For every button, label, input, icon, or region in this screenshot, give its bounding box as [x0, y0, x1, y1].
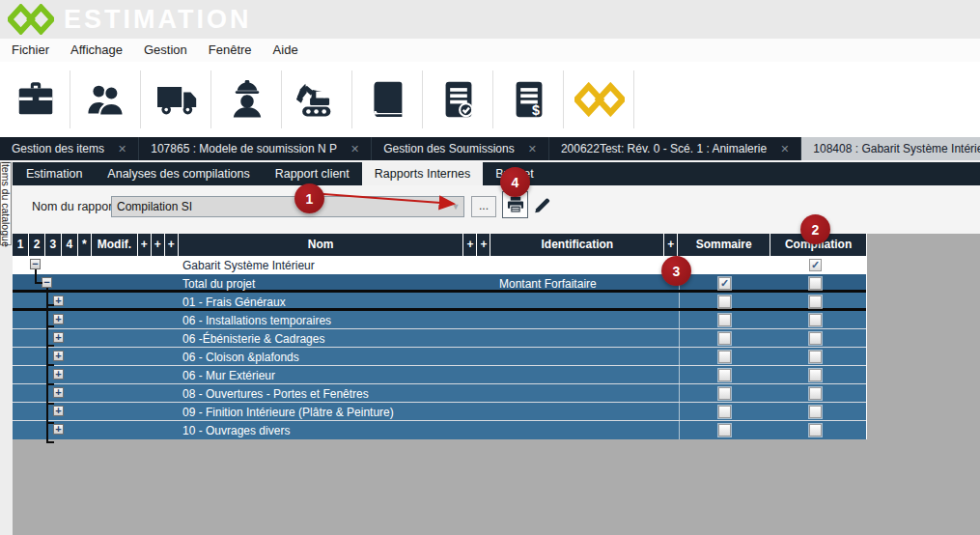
table-row[interactable]: + 06 - Installations temporaires — [13, 311, 866, 329]
compilation-checkbox[interactable] — [809, 387, 822, 400]
compilation-checkbox[interactable] — [809, 296, 822, 308]
column-divider — [679, 311, 680, 328]
header-col-plus[interactable]: + — [664, 234, 678, 256]
table-row[interactable]: + 06 - Cloison &plafonds — [13, 348, 866, 366]
menu-fenetre[interactable]: Fenêtre — [198, 39, 263, 62]
expand-icon[interactable]: + — [53, 406, 64, 416]
sommaire-checkbox[interactable] — [718, 351, 731, 363]
compilation-checkbox[interactable] — [809, 314, 822, 326]
expand-icon[interactable]: + — [53, 296, 64, 306]
document-dollar-button[interactable]: $ — [493, 62, 564, 137]
menu-fichier[interactable]: Fichier — [1, 39, 60, 62]
collapse-icon[interactable]: − — [30, 259, 41, 269]
sommaire-checkbox[interactable] — [718, 424, 731, 436]
header-col-plus[interactable]: + — [165, 234, 179, 256]
expand-icon[interactable]: + — [53, 387, 64, 398]
sommaire-checkbox[interactable] — [718, 387, 731, 400]
svg-text:$: $ — [532, 102, 540, 118]
column-divider — [679, 293, 680, 308]
document-tab-bar: Gestion des items ✕ 107865 : Modele de s… — [0, 137, 980, 160]
sommaire-checkbox[interactable] — [718, 314, 731, 326]
row-name: 10 - Ouvrages divers — [182, 424, 290, 437]
toolbox-button[interactable] — [0, 62, 70, 137]
subtab-budget[interactable]: Budget — [483, 162, 546, 185]
compilation-checkbox[interactable] — [809, 332, 822, 345]
expand-icon[interactable]: + — [53, 314, 64, 324]
compilation-checkbox[interactable] — [809, 259, 822, 271]
close-icon[interactable]: ✕ — [118, 143, 126, 155]
header-col-plus[interactable]: + — [138, 234, 152, 256]
menu-aide[interactable]: Aide — [263, 39, 309, 62]
row-name: 06 - Cloison &plafonds — [182, 351, 299, 364]
subtab-analyses-des-compilations[interactable]: Analyses des compilations — [95, 162, 262, 185]
close-icon[interactable]: ✕ — [350, 143, 359, 155]
browse-button[interactable]: ... — [471, 196, 496, 217]
resources-button[interactable] — [70, 62, 141, 137]
header-col-plus[interactable]: + — [152, 234, 165, 256]
expand-icon[interactable]: + — [53, 369, 64, 380]
report-picker-row: Nom du rapport Compilation SI ▼ ... — [13, 185, 980, 234]
tree-line — [46, 441, 54, 443]
expand-icon[interactable]: + — [53, 332, 64, 343]
header-col-sommaire: Sommaire — [678, 234, 770, 256]
header-col-2[interactable]: 2 — [29, 234, 45, 256]
table-row[interactable]: − Total du projet Montant Forfaitaire — [13, 274, 866, 293]
sommaire-checkbox[interactable] — [718, 406, 731, 418]
table-row[interactable]: − Gabarit Système Intérieur — [13, 256, 866, 274]
sidebar-tab-items-du-catalogue[interactable]: Items du catalogue — [0, 162, 12, 245]
header-col-1[interactable]: 1 — [13, 234, 29, 256]
tab-gestion-des-soumissions[interactable]: Gestion des Soumissions ✕ — [372, 137, 549, 160]
report-name-combobox[interactable]: Compilation SI ▼ — [111, 196, 464, 217]
header-col-star[interactable]: * — [78, 234, 92, 256]
table-row[interactable]: + 06 -Ébénisterie & Cadrages — [13, 329, 866, 348]
document-check-button[interactable] — [423, 62, 493, 137]
left-dock-strip: Items du catalogue — [0, 160, 13, 535]
estimation-logo-icon — [8, 4, 54, 35]
edit-report-button[interactable] — [531, 193, 554, 216]
close-icon[interactable]: ✕ — [528, 143, 537, 155]
expand-icon[interactable]: + — [53, 424, 64, 435]
chevron-down-icon[interactable]: ▼ — [448, 202, 463, 211]
header-col-plus[interactable]: + — [463, 234, 477, 256]
estimation-home-button[interactable] — [564, 62, 634, 137]
subtab-estimation[interactable]: Estimation — [14, 162, 95, 185]
subtab-rapports-internes[interactable]: Rapports Internes — [362, 162, 483, 185]
table-row[interactable]: + 09 - Finition Intérieure (Plâtre & Pei… — [13, 403, 866, 421]
tab-108408-gabarit[interactable]: 108408 : Gabarit Système Intérieur ✕ — [801, 137, 980, 160]
header-col-plus[interactable]: + — [477, 234, 490, 256]
compilation-checkbox[interactable] — [809, 351, 822, 363]
compilation-checkbox[interactable] — [809, 369, 822, 381]
compilation-checkbox[interactable] — [809, 424, 822, 436]
sidebar-tab-label: Items du catalogue — [0, 161, 12, 247]
close-icon[interactable]: ✕ — [780, 143, 789, 155]
compilation-checkbox[interactable] — [809, 406, 822, 418]
sommaire-checkbox[interactable] — [718, 277, 731, 290]
sommaire-checkbox[interactable] — [718, 332, 731, 345]
table-row[interactable]: + 08 - Ouvertures - Portes et Fenêtres — [13, 384, 866, 403]
table-row[interactable]: + 01 - Frais Généraux — [13, 293, 866, 311]
header-col-3[interactable]: 3 — [45, 234, 62, 256]
equipment-button[interactable] — [282, 62, 352, 137]
sommaire-checkbox[interactable] — [718, 369, 731, 381]
worker-button[interactable] — [211, 62, 282, 137]
subtab-rapport-client[interactable]: Rapport client — [263, 162, 362, 185]
tree-line — [46, 422, 54, 424]
table-row[interactable]: + 06 - Mur Extérieur — [13, 366, 866, 384]
catalogue-button[interactable] — [352, 62, 423, 137]
column-divider — [679, 421, 680, 439]
sommaire-checkbox[interactable] — [718, 296, 731, 308]
tab-200622test[interactable]: 200622Test: Rév. 0 - Scé. 1 : Animalerie… — [549, 137, 801, 160]
header-col-4[interactable]: 4 — [62, 234, 78, 256]
collapse-icon[interactable]: − — [42, 277, 52, 288]
truck-button[interactable] — [141, 62, 211, 137]
menu-gestion[interactable]: Gestion — [133, 39, 198, 62]
tab-107865[interactable]: 107865 : Modele de soumission N P ✕ — [139, 137, 372, 160]
expand-icon[interactable]: + — [53, 351, 64, 361]
menu-affichage[interactable]: Affichage — [60, 39, 133, 62]
table-row[interactable]: + 10 - Ouvrages divers — [13, 421, 866, 439]
subtab-label: Estimation — [26, 167, 82, 181]
print-report-button[interactable] — [502, 191, 528, 218]
column-divider — [679, 329, 680, 347]
compilation-checkbox[interactable] — [809, 277, 822, 290]
tab-gestion-des-items[interactable]: Gestion des items ✕ — [0, 137, 139, 160]
